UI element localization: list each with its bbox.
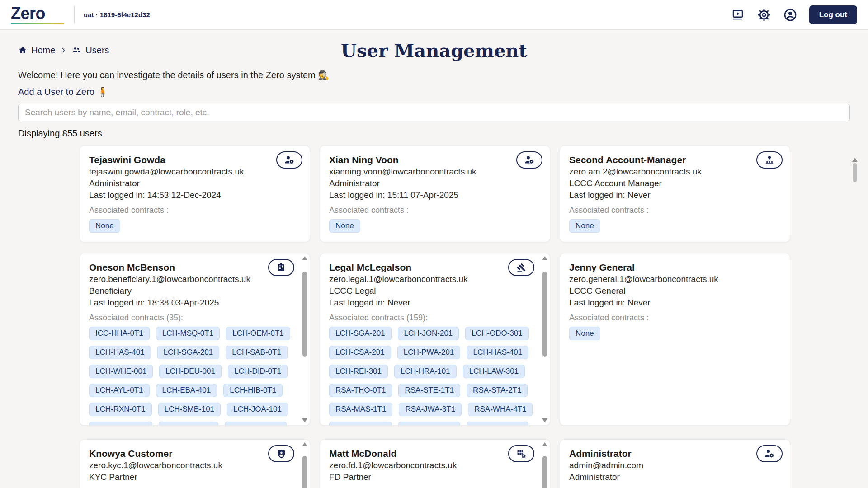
breadcrumb-users[interactable]: Users — [71, 45, 109, 56]
person-group-icon — [764, 155, 775, 165]
contract-chip: LCH-ODO-301 — [465, 327, 528, 340]
contract-chip: LCH-HAS-401 — [467, 346, 528, 359]
user-card-knowya-customer[interactable]: Knowya Customer zero.kyc.1@lowcarboncont… — [80, 439, 310, 488]
user-last-login: Last logged in: Never — [569, 189, 781, 201]
contract-chip: LCH-RXN-0T1 — [89, 403, 152, 416]
scroll-thumb[interactable] — [302, 272, 307, 357]
main-content: Home Users User Management Welcome! Here… — [0, 40, 868, 488]
page-scrollbar[interactable] — [852, 157, 858, 487]
scroll-thumb[interactable] — [853, 163, 857, 182]
contract-chip: LCH-HIB-0T1 — [223, 384, 283, 397]
user-role: Administrator — [89, 178, 301, 189]
role-badge — [516, 151, 542, 169]
user-name: Jenny General — [569, 262, 781, 273]
contracts-label: Associated contracts (159): — [329, 312, 541, 323]
user-last-login: Last logged in: 15:11 07-Apr-2025 — [329, 189, 541, 201]
contract-chip: None — [329, 219, 360, 233]
logout-button[interactable]: Log out — [809, 5, 857, 24]
user-card-xian-ning-voon[interactable]: Xian Ning Voon xianning.v — [320, 145, 550, 242]
contract-chip: None — [89, 219, 120, 233]
scroll-thumb[interactable] — [542, 456, 547, 488]
role-badge — [268, 259, 294, 276]
contract-chip: RSA-STE-1T1 — [398, 384, 460, 397]
user-email: zero.fd.1@lowcarboncontracts.uk — [329, 460, 541, 471]
contract-chip: LCH-HRA-101 — [394, 365, 457, 378]
user-card-administrator[interactable]: Administrator admin@admin — [560, 439, 790, 488]
zero-logo[interactable]: Zero — [11, 5, 64, 24]
user-name: Second Account-Manager — [569, 154, 781, 166]
search-input[interactable] — [18, 104, 850, 121]
shield-person-icon — [276, 449, 287, 459]
user-card-grid: Tejaswini Gowda tejaswini — [80, 145, 790, 488]
contract-chip: LCH-MSQ-0T1 — [156, 327, 220, 340]
scroll-up-arrow[interactable] — [302, 256, 307, 260]
user-name: Xian Ning Voon — [329, 154, 541, 166]
contract-chip: None — [569, 327, 600, 340]
video-tutorial-icon[interactable] — [731, 8, 745, 22]
user-email: zero.beneficiary.1@lowcarboncontracts.uk — [89, 273, 301, 285]
contract-chip: RSA-EAS-1T1 — [398, 422, 461, 426]
contract-chip: LCH-OEM-0T1 — [226, 327, 290, 340]
user-email: zero.kyc.1@lowcarboncontracts.uk — [89, 460, 301, 471]
user-email: zero.general.1@lowcarboncontracts.uk — [569, 273, 781, 285]
scroll-down-arrow[interactable] — [302, 418, 307, 422]
contract-chip: RSA-THO-0T1 — [329, 384, 392, 397]
user-role: Beneficiary — [89, 285, 301, 297]
scroll-up-arrow[interactable] — [542, 442, 547, 446]
scroll-up-arrow[interactable] — [852, 158, 858, 162]
user-role: Administrator — [329, 178, 541, 189]
user-card-jenny-general[interactable]: Jenny General zero.general.1@lowcarbonco… — [560, 253, 790, 426]
user-email: xianning.voon@lowcarboncontracts.uk — [329, 166, 541, 178]
contract-chip: LCH-SML-101 — [225, 422, 287, 426]
home-icon — [18, 46, 27, 55]
gavel-icon — [516, 263, 527, 273]
contract-chip: LCH-DID-0T1 — [228, 365, 288, 378]
user-card-second-account-manager[interactable]: Second Account-Manager zero.am.2@lowcarb… — [560, 145, 790, 242]
scroll-thumb[interactable] — [302, 456, 307, 488]
chevron-right-icon — [60, 47, 67, 54]
user-name: Administrator — [569, 448, 781, 460]
scroll-down-arrow[interactable] — [542, 418, 547, 422]
contract-chip: LCH-REI-301 — [329, 365, 388, 378]
person-gear-icon — [524, 155, 535, 165]
card-scrollbar[interactable] — [542, 255, 548, 423]
add-user-link[interactable]: Add a User to Zero 🧍 — [18, 86, 108, 97]
contract-chip: RSA-LCA-2T1 — [467, 422, 528, 426]
person-gear-icon — [764, 448, 775, 459]
scroll-up-arrow[interactable] — [542, 256, 547, 260]
contract-chip: RSA-WHA-4T1 — [468, 403, 533, 416]
user-email: zero.legal.1@lowcarboncontracts.uk — [329, 273, 541, 285]
user-last-login: Last logged in: 18:38 03-Apr-2025 — [89, 297, 301, 309]
role-badge — [276, 151, 302, 169]
contract-chip: RSA-MAS-1T1 — [329, 403, 392, 416]
user-card-matt-mcdonald[interactable]: Matt McDonald — [320, 439, 550, 488]
breadcrumb-home[interactable]: Home — [18, 45, 55, 56]
person-gear-icon — [284, 155, 295, 165]
contracts-label: Associated contracts : — [89, 205, 301, 216]
contract-chip: LCH-WAA-201 — [89, 422, 152, 426]
contracts-label: Associated contracts : — [569, 205, 781, 216]
card-scrollbar[interactable] — [302, 441, 308, 488]
contract-chip: LCH-CSA-201 — [329, 346, 391, 359]
user-role: LCCC Legal — [329, 285, 541, 297]
user-card-oneson-mcbenson[interactable]: Oneson McBenson zero.bene — [80, 253, 310, 426]
environment-label: uat · 1819-6f4e12d32 — [84, 11, 150, 19]
contract-chip: None — [569, 219, 600, 233]
account-circle-icon[interactable] — [783, 8, 797, 22]
card-scrollbar[interactable] — [542, 441, 548, 488]
card-scrollbar[interactable] — [302, 255, 308, 423]
user-card-tejaswini-gowda[interactable]: Tejaswini Gowda tejaswini — [80, 145, 310, 242]
contract-chip: LCH-SGA-201 — [157, 346, 220, 359]
user-last-login: Last logged in: 14:53 12-Dec-2024 — [89, 189, 301, 201]
user-role: LCCC General — [569, 285, 781, 297]
logo-text: Zero — [11, 5, 64, 22]
user-card-legal-mclegalson[interactable]: Legal McLegalson zero.legal.1@lowcarbonc… — [320, 253, 550, 426]
user-name: Tejaswini Gowda — [89, 154, 301, 166]
users-icon — [71, 45, 81, 55]
contract-chip: LCH-LAW-301 — [463, 365, 525, 378]
settings-gear-icon[interactable] — [757, 8, 771, 22]
scroll-thumb[interactable] — [542, 272, 547, 357]
scroll-up-arrow[interactable] — [302, 442, 307, 446]
id-badge-icon — [276, 262, 287, 273]
contract-chip: LCH-SMB-101 — [158, 403, 221, 416]
